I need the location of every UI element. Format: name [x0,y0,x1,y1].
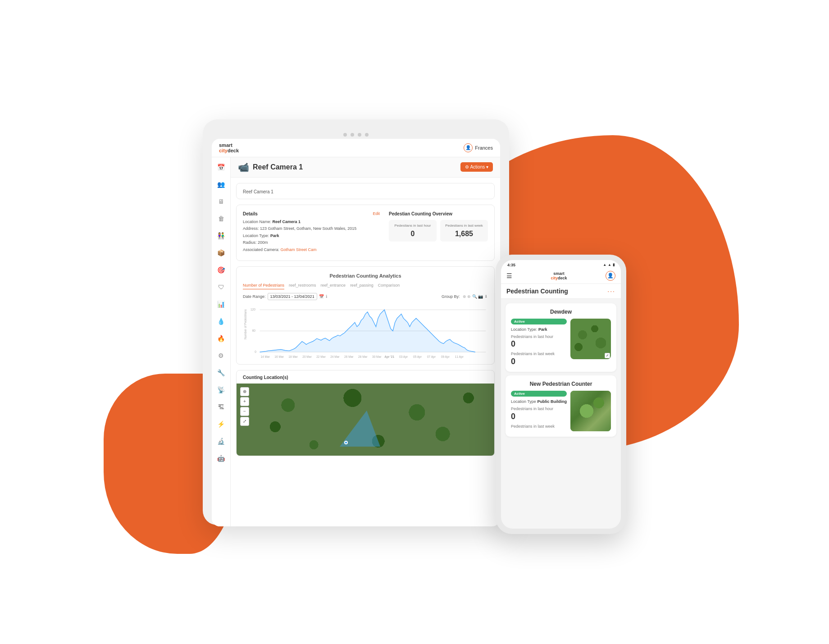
actions-button[interactable]: ⚙ Actions ▾ [460,162,493,172]
map-fullscreen-btn[interactable]: ⤢ [240,417,249,426]
date-range: Date Range: 13/03/2021 - 12/04/2021 📅 ℹ [243,293,327,300]
calendar-icon[interactable]: 📅 [319,294,324,299]
tablet-screen: smart citydeck 👤 Frances 📅 👥 🖥 🗑 � [212,139,500,526]
status-bar: 4:35 ▲ ▲ ▮ [501,260,621,268]
sidebar-icon-robot[interactable]: 🤖 [215,452,228,465]
info-icon: ℹ [326,294,327,299]
sidebar-icon-lightning[interactable]: ⚡ [215,418,228,430]
sidebar-icon-trash[interactable]: 🗑 [215,212,228,225]
date-range-value[interactable]: 13/03/2021 - 12/04/2021 [268,293,317,300]
svg-text:14 Mar: 14 Mar [260,355,270,358]
phone-logo-smart: smart [553,271,565,276]
phone-device: 4:35 ▲ ▲ ▮ ☰ smart citydeck 👤 Pedestrian… [496,255,626,534]
detail-address: Address: 123 Gotham Street, Gotham, New … [243,226,380,232]
phone-scroll-content[interactable]: Dewdew Active Location Type: Park Pedest… [501,299,621,529]
svg-text:28 Mar: 28 Mar [358,355,368,358]
tab-passing[interactable]: reef_passing [350,283,374,289]
sidebar-icon-chart[interactable]: 📊 [215,298,228,311]
sidebar-icon-calendar[interactable]: 📅 [215,161,228,174]
tablet-app-header: smart citydeck 👤 Frances [212,139,500,157]
svg-text:09 Apr: 09 Apr [441,355,450,359]
tab-entrance[interactable]: reef_entrance [321,283,346,289]
map-zoom-out-btn[interactable]: − [240,407,249,416]
map-thumb-control: ⤢ [605,353,610,358]
stat-hour-label: Pedestians in last hour [392,224,433,228]
phone-page-header: Pedestrian Counting ··· [501,284,621,299]
more-options-button[interactable]: ··· [607,288,615,295]
new-counter-hour-label: Pedestrians in last hour [511,406,567,412]
tab-pedestrians[interactable]: Number of Pedestrians [243,283,284,289]
stat-last-week: Pedestians in last week 1,685 [440,220,488,242]
page-title: Reef Camera 1 [253,163,303,171]
phone-user-icon[interactable]: 👤 [606,271,615,281]
sidebar-icon-construction[interactable]: 🏗 [215,401,228,413]
map-compass-btn[interactable]: ⊕ [240,387,249,396]
sidebar-icon-pedestrian[interactable]: 👫 [215,229,228,242]
status-time: 4:35 [507,263,515,267]
stat-hour-value: 0 [392,230,433,238]
scroll-area[interactable]: Reef Camera 1 Details Edit [231,178,500,526]
sidebar-icon-fire[interactable]: 🔥 [215,332,228,345]
new-counter-stat-week: Pedestrians in last week [511,424,567,429]
sidebar-icon-water[interactable]: 💧 [215,315,228,328]
stat-week-label: Pedestians in last week [444,224,484,228]
logo-smart: smart [219,142,232,148]
sidebar-icon-shield[interactable]: 🛡 [215,281,228,293]
hamburger-menu[interactable]: ☰ [506,272,512,279]
svg-text:11 Apr: 11 Apr [455,355,464,359]
new-counter-map-thumbnail [570,391,611,431]
new-counter-aerial [570,391,611,431]
overview-section: Pedestian Counting Overview Pedestians i… [389,211,488,254]
tablet-dots [212,128,500,139]
sidebar-icon-wrench[interactable]: 🔧 [215,366,228,379]
dewdew-week-value: 0 [511,357,567,366]
dewdew-body: Active Location Type: Park Pedestrians i… [511,319,611,366]
breadcrumb-text: Reef Camera 1 [243,189,273,194]
logo-city: city [219,148,228,153]
phone-screen: 4:35 ▲ ▲ ▮ ☰ smart citydeck 👤 Pedestrian… [501,260,621,529]
tab-comparison[interactable]: Comparison [378,283,400,289]
dewdew-hour-label: Pedestrians in last hour [511,334,567,340]
dot-2 [351,133,354,137]
dot-1 [343,133,347,137]
sidebar-icon-target[interactable]: 🎯 [215,264,228,276]
detail-radius: Radius: 200m [243,240,380,246]
scene: smart citydeck 👤 Frances 📅 👥 🖥 🗑 � [203,119,626,525]
chart-title: Pedestrian Counting Analytics [243,273,488,279]
edit-link[interactable]: Edit [373,211,380,216]
svg-text:05 Apr: 05 Apr [413,355,422,359]
wifi-icon: ▲ [603,263,606,267]
map-zoom-in-btn[interactable]: + [240,397,249,406]
svg-text:03 Apr: 03 Apr [399,355,408,359]
sidebar-icon-monitor[interactable]: 🖥 [215,195,228,208]
svg-text:26 Mar: 26 Mar [344,355,354,358]
sidebar-icon-box[interactable]: 📦 [215,247,228,259]
svg-text:16 Mar: 16 Mar [274,355,284,358]
dot-3 [358,133,361,137]
sidebar-icon-people[interactable]: 👥 [215,178,228,191]
page-header: 📹 Reef Camera 1 ⚙ Actions ▾ [231,157,500,178]
user-badge[interactable]: 👤 Frances [464,143,493,152]
sidebar-icon-gear[interactable]: ⚙ [215,349,228,362]
y-label-120: 120 [251,308,255,311]
tablet-body: 📅 👥 🖥 🗑 👫 📦 🎯 🛡 📊 💧 🔥 ⚙ 🔧 📡 🏗 ⚡ [212,157,500,526]
dewdew-map-thumbnail: ⤢ [570,319,611,359]
map-title: Counting Location(s) [237,370,494,384]
sidebar: 📅 👥 🖥 🗑 👫 📦 🎯 🛡 📊 💧 🔥 ⚙ 🔧 📡 🏗 ⚡ [212,157,231,526]
detail-type: Location Type: Park [243,233,380,239]
phone-logo-city: city [551,276,558,280]
battery-icon: ▮ [613,263,615,267]
stat-last-hour: Pedestians in last hour 0 [389,220,437,242]
chart-icons: ⊕ ⊕ 🔍 📷 ⬇ [463,294,488,299]
logo-deck: deck [228,148,239,153]
svg-text:20 Mar: 20 Mar [302,355,312,358]
tablet-logo: smart citydeck [219,142,239,153]
dewdew-hour-value: 0 [511,339,567,349]
sidebar-icon-science[interactable]: 🔬 [215,435,228,448]
tab-restrooms[interactable]: reef_restrooms [289,283,316,289]
chart-tabs: Number of Pedestrians reef_restrooms ree… [243,283,488,289]
logo-text: smart citydeck [219,142,239,153]
sidebar-icon-antenna[interactable]: 📡 [215,384,228,396]
dewdew-stat-hour: Pedestrians in last hour 0 [511,334,567,349]
new-counter-stat-hour: Pedestrians in last hour 0 [511,406,567,421]
